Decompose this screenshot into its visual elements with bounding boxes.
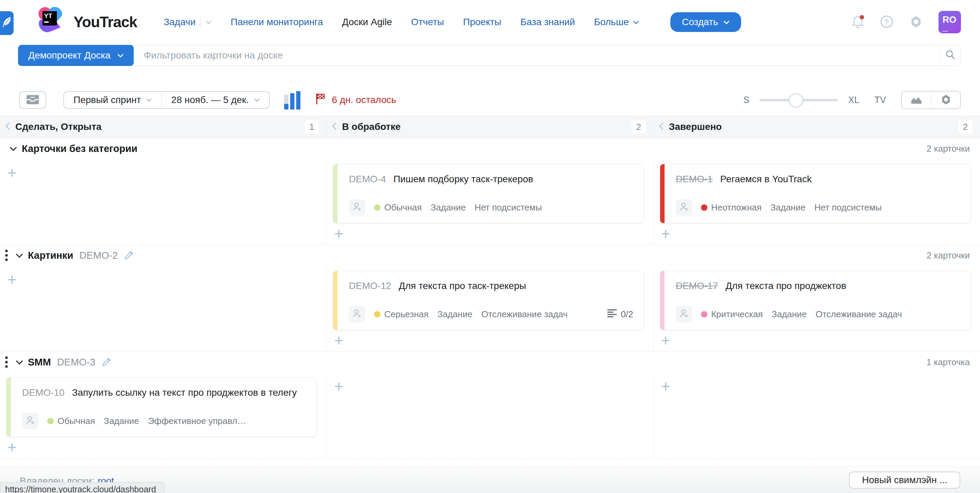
collapse-column-icon[interactable] xyxy=(332,122,337,131)
card-demo-1[interactable]: DEMO-1Регаемся в YouTrack Неотложная xyxy=(660,164,970,224)
sprint-days-left: 6 дн. осталось xyxy=(314,92,396,108)
nav-tasks-label: Задачи xyxy=(164,17,196,27)
user-avatar[interactable]: RO _ xyxy=(939,11,961,33)
add-assignee-button[interactable] xyxy=(349,306,365,322)
add-card-button[interactable]: + xyxy=(5,440,19,455)
chevron-down-icon[interactable] xyxy=(205,21,212,24)
tv-mode-button[interactable]: TV xyxy=(874,95,886,105)
notifications-button[interactable] xyxy=(851,14,864,30)
priority-field[interactable]: Серьезная xyxy=(374,309,428,320)
chevron-down-icon xyxy=(633,21,639,24)
card-size-slider[interactable] xyxy=(759,93,838,107)
days-left-label: 6 дн. осталось xyxy=(332,95,396,105)
add-assignee-button[interactable] xyxy=(676,306,692,322)
collapse-swimlane-icon[interactable] xyxy=(16,360,23,365)
subsystem-field[interactable]: Нет подсистемы xyxy=(475,202,542,213)
add-card-button[interactable]: + xyxy=(5,272,19,287)
add-card-button[interactable]: + xyxy=(5,165,19,180)
card-meta: Неотложная Задание Нет подсистемы xyxy=(676,199,960,216)
priority-field[interactable]: Обычная xyxy=(374,202,422,213)
swimlane-card-count: 2 карточки xyxy=(927,250,970,261)
swimlane-menu-icon[interactable] xyxy=(5,356,8,368)
add-assignee-button[interactable] xyxy=(22,413,38,429)
swimlane-uncategorized: Карточки без категории 2 карточки + DEMO… xyxy=(0,138,980,244)
collapse-column-icon[interactable] xyxy=(659,122,663,131)
card-id-link[interactable]: DEMO-17 xyxy=(676,281,718,291)
card-id-link[interactable]: DEMO-12 xyxy=(349,281,391,291)
type-field[interactable]: Задание xyxy=(437,309,472,320)
collapse-column-icon[interactable] xyxy=(5,122,10,131)
card-id-link[interactable]: DEMO-4 xyxy=(349,174,386,184)
filter-cards-input[interactable] xyxy=(134,45,940,66)
add-card-button[interactable]: + xyxy=(659,226,672,241)
card-demo-10[interactable]: DEMO-10Запулить ссылку на текст про прод… xyxy=(6,377,317,437)
collapse-swimlane-icon[interactable] xyxy=(10,147,17,151)
subsystem-label: Нет подсистемы xyxy=(475,202,542,213)
help-icon: ? xyxy=(880,15,894,30)
add-assignee-button[interactable] xyxy=(676,199,692,216)
priority-field[interactable]: Неотложная xyxy=(701,202,762,213)
nav-item-dashboards[interactable]: Панели мониторинга xyxy=(231,17,323,27)
create-button[interactable]: Создать xyxy=(670,12,741,32)
subsystem-field[interactable]: Отслеживание задач xyxy=(816,309,902,320)
add-card-button[interactable]: + xyxy=(332,379,345,394)
nav-item-reports[interactable]: Отчеты xyxy=(411,17,444,27)
priority-label: Неотложная xyxy=(711,202,762,213)
burndown-chart-button[interactable] xyxy=(902,92,931,108)
card-demo-4[interactable]: DEMO-4Пишем подборку таск-трекеров Обычн… xyxy=(333,164,643,224)
nav-item-more[interactable]: Больше xyxy=(594,17,639,27)
swimlane-menu-icon[interactable] xyxy=(5,249,8,262)
type-field[interactable]: Задание xyxy=(104,416,139,426)
chevron-down-icon xyxy=(724,21,730,24)
add-assignee-button[interactable] xyxy=(349,199,365,216)
nav-item-agile-boards[interactable]: Доски Agile xyxy=(342,17,392,27)
quick-notes-tab[interactable] xyxy=(0,11,14,35)
priority-label: Критическая xyxy=(711,309,763,320)
swimlane-issue-id[interactable]: DEMO-3 xyxy=(57,357,95,368)
priority-field[interactable]: Критическая xyxy=(701,309,763,320)
checklist-progress[interactable]: 0/2 xyxy=(608,309,633,320)
type-field[interactable]: Задание xyxy=(431,202,466,213)
card-color-stripe xyxy=(660,164,665,223)
card-demo-17[interactable]: DEMO-17Для текста про проджектов Критиче… xyxy=(660,271,970,330)
sprint-dates-dropdown[interactable]: 28 нояб. — 5 дек. xyxy=(161,92,269,108)
nav-item-projects[interactable]: Проекты xyxy=(463,17,501,27)
swimlane-header: SMM DEMO-3 1 карточка xyxy=(0,352,980,373)
board-settings-button[interactable] xyxy=(931,92,960,108)
sprint-name-dropdown[interactable]: Первый спринт xyxy=(64,92,161,108)
card-demo-12[interactable]: DEMO-12Для текста про таск-трекеры Серье… xyxy=(333,271,643,330)
zoom-max-label: XL xyxy=(848,95,859,105)
new-swimlane-button[interactable]: Новый свимлэйн ... xyxy=(849,472,960,488)
edit-pencil-icon[interactable] xyxy=(124,250,134,260)
youtrack-logo[interactable]: YT YouTrack xyxy=(35,5,137,39)
card-id-link[interactable]: DEMO-10 xyxy=(22,387,64,398)
add-card-button[interactable]: + xyxy=(332,226,345,241)
add-card-button[interactable]: + xyxy=(659,379,672,394)
type-field[interactable]: Задание xyxy=(772,309,807,320)
slider-knob[interactable] xyxy=(789,93,803,108)
priority-field[interactable]: Обычная xyxy=(47,416,95,426)
subsystem-field[interactable]: Нет подсистемы xyxy=(814,202,882,213)
collapse-swimlane-icon[interactable] xyxy=(16,253,23,258)
swimlane-issue-id[interactable]: DEMO-2 xyxy=(79,250,118,261)
subsystem-field[interactable]: Эффективное управл… xyxy=(148,416,246,426)
sprint-progress-chart-icon[interactable] xyxy=(284,90,301,109)
type-label: Задание xyxy=(770,202,805,213)
add-card-button[interactable]: + xyxy=(659,333,672,348)
help-button[interactable]: ? xyxy=(880,15,894,30)
add-card-button[interactable]: + xyxy=(332,333,345,348)
nav-reports-label: Отчеты xyxy=(411,17,444,27)
nav-item-tasks[interactable]: Задачи xyxy=(164,16,212,28)
board-view-controls: S XL TV xyxy=(743,91,961,109)
subsystem-field[interactable]: Отслеживание задач xyxy=(481,309,568,320)
type-field[interactable]: Задание xyxy=(770,202,805,213)
nav-item-knowledge-base[interactable]: База знаний xyxy=(520,17,575,27)
settings-button[interactable] xyxy=(909,15,923,30)
backlog-tray-icon xyxy=(25,94,40,106)
search-button[interactable] xyxy=(940,45,961,66)
card-id-link[interactable]: DEMO-1 xyxy=(676,174,713,184)
backlog-button[interactable] xyxy=(19,91,46,109)
edit-pencil-icon[interactable] xyxy=(102,357,111,367)
board-selector-button[interactable]: Демопроект Доска xyxy=(18,45,134,66)
column-header-todo: Сделать, Открыта 1 xyxy=(0,116,326,138)
